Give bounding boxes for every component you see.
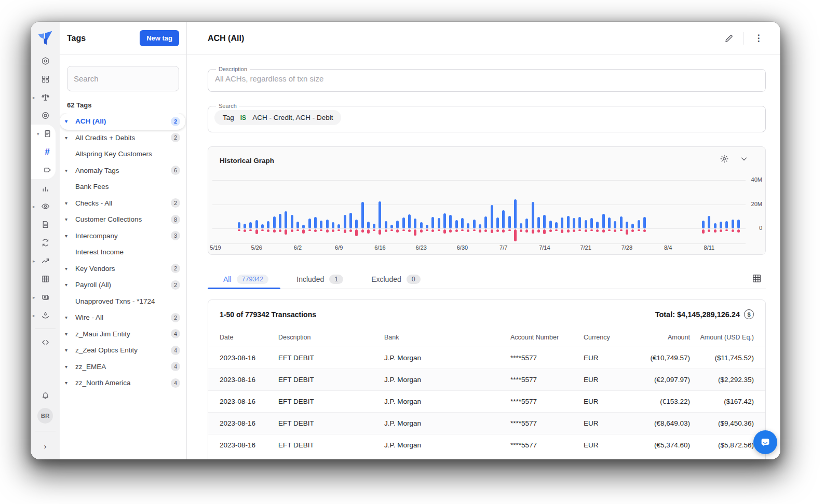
- caret-icon[interactable]: ▾: [65, 168, 75, 173]
- caret-icon[interactable]: ▾: [65, 380, 75, 386]
- sidebar-item-ledger[interactable]: ▾: [35, 125, 60, 143]
- table-cell: ($2,292.35): [690, 376, 754, 384]
- tag-list-item[interactable]: ▾ All Credits + Debits 2: [60, 130, 185, 146]
- avatar[interactable]: BR: [37, 408, 53, 424]
- tag-label: Wire - All: [75, 314, 171, 321]
- expand-arrow-icon[interactable]: ▸: [33, 204, 35, 209]
- search-field[interactable]: Search Tag IS ACH - Credit, ACH - Debit: [208, 103, 766, 132]
- x-axis-label: 5/26: [251, 244, 262, 251]
- table-row[interactable]: 2023-08-16EFT DEBITJ.P. Morgan****5577EU…: [208, 369, 765, 391]
- caret-icon[interactable]: ▾: [65, 200, 75, 206]
- tag-list-item[interactable]: Bank Fees: [60, 179, 185, 195]
- chart-bar-credit: [525, 219, 528, 228]
- column-header[interactable]: Description: [278, 334, 384, 341]
- chart-bar-debit: [349, 229, 352, 232]
- tag-list-item[interactable]: ▾ Wire - All 2: [60, 309, 185, 326]
- caret-icon[interactable]: ▾: [65, 331, 75, 337]
- sidebar-item-organization[interactable]: [31, 52, 60, 70]
- caret-icon[interactable]: ▾: [65, 364, 75, 370]
- tab[interactable]: Excluded 0: [371, 275, 421, 284]
- tag-list-item[interactable]: ▾ Checks - All 2: [60, 195, 185, 212]
- sidebar-item-monitoring[interactable]: [31, 106, 60, 125]
- edit-button[interactable]: [722, 31, 736, 46]
- column-header[interactable]: Date: [220, 334, 278, 341]
- sidebar-item-watchlist[interactable]: ▸: [31, 197, 60, 215]
- table-view-toggle-button[interactable]: [752, 274, 762, 285]
- tab[interactable]: All 779342: [223, 275, 268, 284]
- sidebar-item-developers[interactable]: [31, 333, 60, 351]
- tag-list-item[interactable]: Interest Income: [60, 244, 185, 261]
- table-cell: ****5577: [510, 419, 584, 427]
- chart-bar-debit: [525, 229, 528, 233]
- column-header[interactable]: Account Number: [510, 334, 584, 341]
- tag-list-item[interactable]: ▾ ACH (All) 2: [60, 113, 185, 130]
- icon-rail: ▸ ▾ # ▸: [31, 22, 60, 459]
- sidebar-item-forecasting[interactable]: ▸: [31, 252, 60, 270]
- column-header[interactable]: Amount: [630, 334, 690, 341]
- tag-list-item[interactable]: ▾ Key Vendors 2: [60, 261, 185, 277]
- tag-list-item[interactable]: ▾ Intercompany 3: [60, 228, 185, 244]
- tag-list-item[interactable]: ▾ zz_EMEA 4: [60, 359, 185, 375]
- caret-icon[interactable]: ▾: [65, 315, 75, 320]
- chart-bar-debit: [332, 229, 334, 232]
- tag-list-item[interactable]: ▾ Anomaly Tags 6: [60, 162, 185, 179]
- column-header[interactable]: Bank: [384, 334, 510, 341]
- brand-logo[interactable]: [36, 29, 54, 47]
- expand-arrow-icon[interactable]: ▸: [33, 295, 35, 300]
- table-cell: ($11,745.52): [690, 354, 754, 362]
- description-field[interactable]: Description All ACHs, regardless of txn …: [208, 66, 766, 92]
- column-header[interactable]: Currency: [584, 334, 630, 341]
- chart-bar-credit: [349, 213, 352, 228]
- table-row[interactable]: 2023-08-16EFT DEBITJ.P. Morgan****5577EU…: [208, 413, 765, 434]
- more-options-button[interactable]: ⋮: [751, 31, 766, 46]
- caret-icon[interactable]: ▾: [65, 347, 75, 353]
- expand-arrow-icon[interactable]: ▸: [33, 258, 35, 264]
- chat-launcher-button[interactable]: [753, 430, 777, 454]
- caret-icon[interactable]: ▾: [65, 282, 75, 288]
- caret-icon[interactable]: ▾: [65, 266, 75, 271]
- sidebar-item-sync[interactable]: [31, 234, 60, 252]
- chip-field: Tag: [223, 114, 234, 121]
- sidebar-item-dashboard[interactable]: [31, 70, 60, 88]
- tags-search-box[interactable]: [67, 66, 179, 91]
- sidebar-item-tags-active[interactable]: #: [35, 143, 60, 161]
- table-row[interactable]: 2023-08-16EFT DEBITJ.P. Morgan****5577EU…: [208, 434, 765, 456]
- sidebar-item-payments[interactable]: ▸: [31, 288, 60, 306]
- column-header[interactable]: Amount (USD Eq.): [690, 334, 754, 341]
- tag-filter-chip[interactable]: Tag IS ACH - Credit, ACH - Debit: [214, 110, 341, 125]
- expand-arrow-icon[interactable]: ▸: [33, 313, 35, 318]
- chart-bar-credit: [285, 211, 287, 228]
- sidebar-collapse-button[interactable]: ›: [31, 435, 60, 456]
- sidebar-item-labels[interactable]: [35, 161, 60, 179]
- ledger-icon: [43, 129, 52, 138]
- notifications-button[interactable]: [31, 387, 60, 405]
- bar-chart-plot: 40M20M05/195/266/26/96/166/236/307/77/14…: [212, 147, 746, 254]
- tag-list-item[interactable]: ▾ zz_North America 4: [60, 375, 185, 391]
- caret-icon[interactable]: ▾: [65, 233, 75, 239]
- expand-arrow-icon[interactable]: ▸: [33, 95, 35, 100]
- sidebar-item-reports[interactable]: [31, 179, 60, 197]
- tab[interactable]: Included 1: [296, 275, 343, 284]
- new-tag-button[interactable]: New tag: [140, 30, 179, 46]
- caret-icon[interactable]: ▾: [65, 118, 75, 124]
- caret-icon[interactable]: ▾: [65, 216, 75, 222]
- tags-search-input[interactable]: [74, 74, 172, 83]
- sidebar-item-statements[interactable]: [31, 215, 60, 234]
- tag-list-item[interactable]: Allspring Key Customers: [60, 146, 185, 162]
- tag-list-item[interactable]: ▾ z_Zeal Optics Entity 4: [60, 342, 185, 359]
- table-row[interactable]: 2023-08-16EFT DEBITJ.P. Morgan****5577EU…: [208, 391, 765, 413]
- tag-list-item[interactable]: ▾ z_Maui Jim Entity 4: [60, 326, 185, 343]
- tag-list-item[interactable]: ▾ Payroll (All) 2: [60, 277, 185, 293]
- tag-list-item[interactable]: Unapproved Txns - *1724: [60, 293, 185, 310]
- tag-list-item[interactable]: ▾ Customer Collections 8: [60, 211, 185, 228]
- dollar-circle-icon[interactable]: $: [744, 309, 754, 319]
- table-row[interactable]: 2023-08-16EFT DEBITJ.P. Morgan****5577EU…: [208, 347, 765, 369]
- collapse-arrow-icon[interactable]: ▾: [37, 131, 39, 137]
- sidebar-item-compliance[interactable]: ▸: [31, 88, 60, 106]
- caret-icon[interactable]: ▾: [65, 135, 75, 141]
- chart-bar-debit: [461, 229, 464, 231]
- chart-bar-credit: [643, 217, 646, 228]
- pencil-icon: [724, 34, 734, 43]
- sidebar-item-collections[interactable]: ▸: [31, 306, 60, 324]
- sidebar-item-data-table[interactable]: [31, 270, 60, 288]
